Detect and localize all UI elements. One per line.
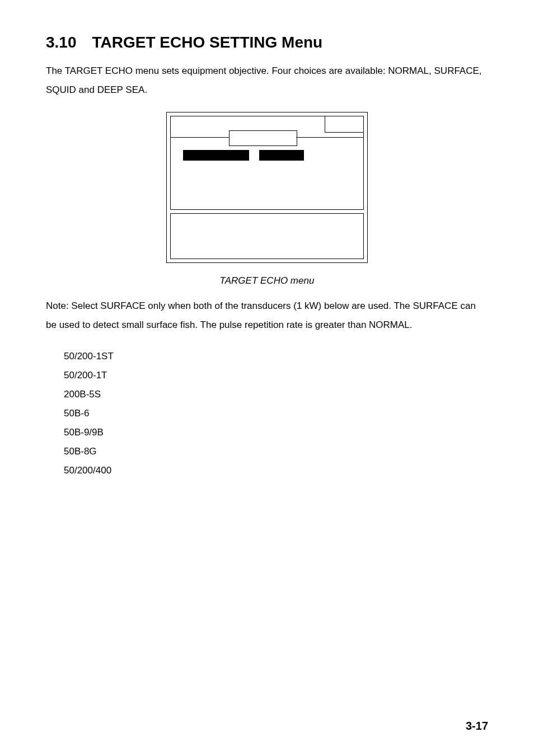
menu-bottom-pane — [170, 213, 364, 259]
menu-top-mid-box — [229, 130, 297, 146]
transducer-list: 50/200-1ST 50/200-1T 200B-5S 50B-6 50B-9… — [64, 347, 488, 480]
menu-top-small-box — [325, 116, 364, 133]
menu-divider-right — [296, 137, 364, 138]
list-item: 50B-9/9B — [64, 423, 488, 442]
menu-highlight-bar-1 — [183, 150, 249, 161]
note-paragraph: Note: Select SURFACE only when both of t… — [46, 297, 488, 335]
page: 3.10TARGET ECHO SETTING Menu The TARGET … — [0, 0, 534, 756]
list-item: 50B-8G — [64, 442, 488, 461]
page-number: 3-17 — [466, 720, 488, 732]
menu-highlight-bar-2 — [259, 150, 304, 161]
list-item: 200B-5S — [64, 385, 488, 404]
list-item: 50/200/400 — [64, 461, 488, 480]
intro-paragraph: The TARGET ECHO menu sets equipment obje… — [46, 62, 488, 100]
menu-highlight-row — [183, 150, 304, 161]
section-heading: 3.10TARGET ECHO SETTING Menu — [46, 34, 488, 51]
menu-top-pane — [170, 116, 364, 210]
figure-caption: TARGET ECHO menu — [46, 275, 488, 287]
menu-screenshot — [166, 112, 368, 263]
figure — [46, 112, 488, 263]
list-item: 50B-6 — [64, 404, 488, 423]
section-title-text: TARGET ECHO SETTING Menu — [92, 34, 323, 51]
list-item: 50/200-1T — [64, 366, 488, 385]
section-number: 3.10 — [46, 34, 77, 51]
menu-divider-left — [170, 137, 229, 138]
list-item: 50/200-1ST — [64, 347, 488, 366]
